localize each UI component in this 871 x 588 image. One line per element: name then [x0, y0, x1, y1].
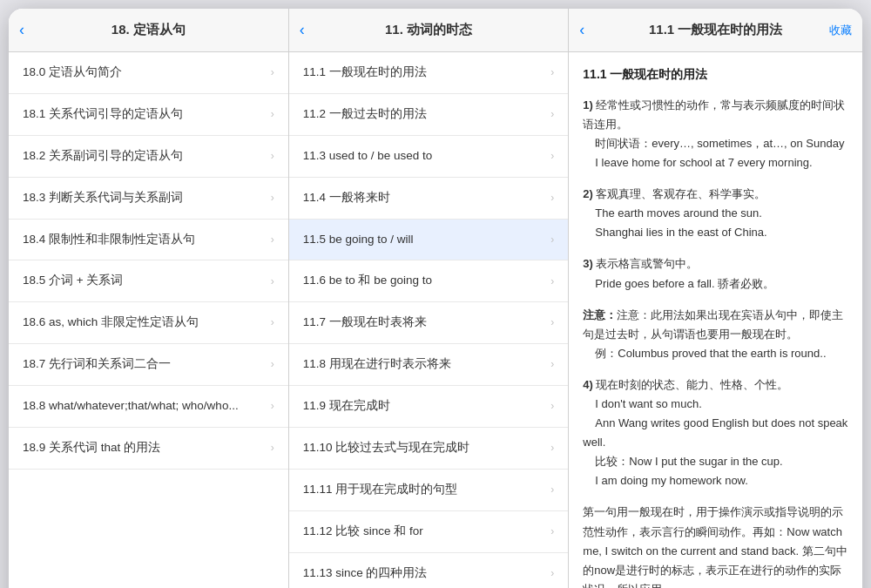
list-item-label: 11.6 be to 和 be going to [303, 273, 432, 289]
item-example: Pride goes before a fall. 骄者必败。 [583, 277, 774, 290]
chevron-icon: › [271, 399, 274, 414]
left-panel: ‹ 18. 定语从句 18.0 定语从句简介 › 18.1 关系代词引导的定语从… [9, 9, 289, 588]
chevron-icon: › [550, 357, 554, 372]
chevron-icon: › [550, 483, 554, 497]
list-item[interactable]: 11.3 used to / be used to › [289, 136, 569, 178]
list-item-label: 11.10 比较过去式与现在完成时 [303, 440, 470, 456]
middle-panel-header: ‹ 11. 动词的时态 [289, 9, 569, 52]
content-block-1: 1) 经常性或习惯性的动作，常与表示频腻度的时间状语连用。 时间状语：every… [583, 96, 848, 172]
list-item-label: 18.1 关系代词引导的定语从句 [23, 106, 183, 123]
list-item-label: 11.4 一般将来时 [303, 190, 390, 206]
chevron-icon: › [271, 357, 274, 372]
list-item[interactable]: 18.3 判断关系代词与关系副词 › [9, 178, 288, 220]
item-main-text: 经常性或习惯性的动作，常与表示频腻度的时间状语连用。 [583, 98, 845, 131]
list-item[interactable]: 11.13 since 的四种用法 › [289, 553, 569, 588]
list-item[interactable]: 18.0 定语从句简介 › [9, 52, 288, 94]
middle-back-button[interactable]: ‹ [300, 21, 305, 39]
list-item-label: 18.3 判断关系代词与关系副词 [23, 190, 183, 206]
content-block-note: 注意：注意：此用法如果出现在宾语从句中，即使主句是过去时，从句谓语也要用一般现在… [583, 306, 848, 363]
chevron-icon: › [550, 107, 554, 122]
list-item[interactable]: 18.1 关系代词引导的定语从句 › [9, 94, 288, 136]
list-item-label: 11.7 一般现在时表将来 [303, 314, 427, 331]
item-example: 比较：Now I put the sugar in the cup. [583, 455, 782, 468]
chevron-icon: › [550, 149, 554, 164]
list-item[interactable]: 11.2 一般过去时的用法 › [289, 94, 569, 136]
list-item[interactable]: 11.4 一般将来时 › [289, 178, 569, 220]
list-item[interactable]: 18.6 as, which 非限定性定语从句 › [9, 302, 288, 344]
middle-panel-list: 11.1 一般现在时的用法 › 11.2 一般过去时的用法 › 11.3 use… [289, 52, 569, 588]
list-item[interactable]: 11.12 比较 since 和 for › [289, 511, 569, 553]
list-item[interactable]: 18.9 关系代词 that 的用法 › [9, 428, 288, 470]
list-item[interactable]: 11.9 现在完成时 › [289, 386, 569, 428]
item-example: Shanghai lies in the east of China. [583, 226, 766, 239]
list-item-label: 18.0 定语从句简介 [23, 64, 122, 81]
list-item-active[interactable]: 11.5 be going to / will › [289, 220, 569, 261]
item-example: Ann Wang writes good English but does no… [583, 416, 847, 449]
list-item-label: 11.11 用于现在完成时的句型 [303, 482, 458, 498]
chevron-icon: › [271, 107, 274, 122]
list-item[interactable]: 18.4 限制性和非限制性定语从句 › [9, 220, 288, 261]
content-block-2: 2) 客观真理、客观存在、科学事实。 The earth moves aroun… [583, 185, 848, 242]
item-number: 4) [583, 378, 596, 391]
list-item[interactable]: 11.11 用于现在完成时的句型 › [289, 470, 569, 511]
list-item[interactable]: 18.5 介词 + 关系词 › [9, 260, 288, 302]
item-example: I leave home for school at 7 every morni… [583, 156, 812, 169]
chevron-icon: › [271, 191, 274, 206]
panels-container: ‹ 18. 定语从句 18.0 定语从句简介 › 18.1 关系代词引导的定语从… [9, 9, 862, 588]
item-sub-text: 时间状语：every…, sometimes，at…, on Sunday [583, 137, 844, 150]
content-block-para: 第一句用一般现在时，用于操作演示或指导说明的示范性动作，表示言行的瞬间动作。再如… [583, 503, 848, 588]
list-item-label: 18.9 关系代词 that 的用法 [23, 440, 160, 456]
list-item-label: 11.5 be going to / will [303, 232, 414, 248]
item-main-text: 客观真理、客观存在、科学事实。 [596, 187, 766, 200]
list-item[interactable]: 11.6 be to 和 be going to › [289, 260, 569, 302]
list-item-label: 18.2 关系副词引导的定语从句 [23, 148, 183, 165]
list-item[interactable]: 11.10 比较过去式与现在完成时 › [289, 428, 569, 470]
left-back-button[interactable]: ‹ [19, 21, 24, 39]
list-item-label: 11.13 since 的四种用法 [303, 565, 428, 582]
bookmark-button[interactable]: 收藏 [829, 23, 852, 38]
content-block-4: 4) 现在时刻的状态、能力、性格、个性。 I don't want so muc… [583, 375, 848, 491]
list-item-label: 11.2 一般过去时的用法 [303, 106, 427, 123]
paragraph-text: 第一句用一般现在时，用于操作演示或指导说明的示范性动作，表示言行的瞬间动作。再如… [583, 505, 847, 588]
list-item-label: 18.4 限制性和非限制性定语从句 [23, 232, 195, 248]
list-item-label: 18.8 what/whatever;that/what; who/who... [23, 398, 239, 415]
list-item-label: 18.7 先行词和关系词二合一 [23, 356, 171, 373]
item-example: I don't want so much. [583, 397, 701, 410]
chevron-icon: › [271, 274, 274, 289]
item-number: 2) [583, 187, 596, 200]
list-item-label: 18.6 as, which 非限定性定语从句 [23, 314, 199, 331]
chevron-icon: › [550, 524, 554, 539]
middle-panel: ‹ 11. 动词的时态 11.1 一般现在时的用法 › 11.2 一般过去时的用… [289, 9, 570, 588]
chevron-icon: › [550, 191, 554, 206]
list-item[interactable]: 18.7 先行词和关系词二合一 › [9, 344, 288, 386]
chevron-icon: › [550, 566, 554, 581]
list-item[interactable]: 11.1 一般现在时的用法 › [289, 52, 569, 94]
chevron-icon: › [550, 399, 554, 414]
item-main-text: 现在时刻的状态、能力、性格、个性。 [596, 378, 788, 391]
chevron-icon: › [271, 441, 274, 456]
list-item[interactable]: 11.7 一般现在时表将来 › [289, 302, 569, 344]
list-item-label: 11.12 比较 since 和 for [303, 524, 423, 540]
left-panel-header: ‹ 18. 定语从句 [9, 9, 288, 52]
list-item-label: 18.5 介词 + 关系词 [23, 273, 123, 289]
chevron-icon: › [271, 233, 274, 247]
left-panel-title: 18. 定语从句 [111, 22, 186, 38]
chevron-icon: › [550, 441, 554, 456]
item-main-text: 表示格言或警句中。 [596, 257, 698, 270]
right-panel-title: 11.1 一般现在时的用法 [649, 22, 782, 38]
detail-content: 11.1 一般现在时的用法 1) 经常性或习惯性的动作，常与表示频腻度的时间状语… [569, 52, 862, 588]
right-back-button[interactable]: ‹ [579, 21, 584, 39]
item-number: 3) [583, 257, 596, 270]
chevron-icon: › [271, 315, 274, 330]
chevron-icon: › [271, 65, 274, 80]
right-panel-header: ‹ 11.1 一般现在时的用法 收藏 [569, 9, 862, 52]
list-item[interactable]: 18.8 what/whatever;that/what; who/who...… [9, 386, 288, 428]
list-item[interactable]: 11.8 用现在进行时表示将来 › [289, 344, 569, 386]
list-item-label: 11.8 用现在进行时表示将来 [303, 356, 451, 373]
item-example: I am doing my homework now. [583, 474, 748, 487]
list-item-label: 11.3 used to / be used to [303, 148, 433, 165]
right-panel: ‹ 11.1 一般现在时的用法 收藏 11.1 一般现在时的用法 1) 经常性或… [569, 9, 862, 588]
chevron-icon: › [271, 149, 274, 164]
content-block-3: 3) 表示格言或警句中。 Pride goes before a fall. 骄… [583, 254, 848, 293]
list-item[interactable]: 18.2 关系副词引导的定语从句 › [9, 136, 288, 178]
